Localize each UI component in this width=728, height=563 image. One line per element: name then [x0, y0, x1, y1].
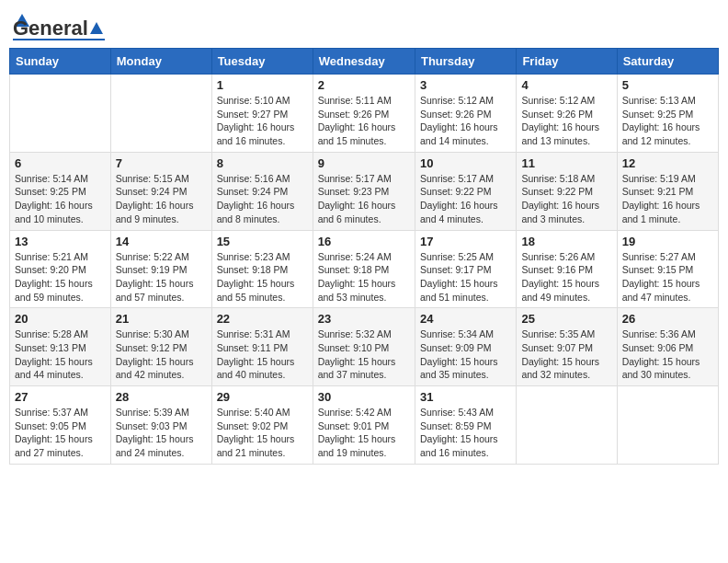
- logo-icon: [90, 22, 103, 34]
- calendar-cell: 19Sunrise: 5:27 AM Sunset: 9:15 PM Dayli…: [617, 230, 718, 308]
- calendar-cell: 4Sunrise: 5:12 AM Sunset: 9:26 PM Daylig…: [517, 75, 617, 153]
- day-info: Sunrise: 5:26 AM Sunset: 9:16 PM Dayligh…: [521, 250, 611, 304]
- calendar-week-row: 1Sunrise: 5:10 AM Sunset: 9:27 PM Daylig…: [10, 75, 719, 153]
- day-info: Sunrise: 5:30 AM Sunset: 9:12 PM Dayligh…: [116, 327, 207, 382]
- day-number: 9: [318, 156, 410, 170]
- day-number: 23: [318, 312, 410, 326]
- calendar-cell: 27Sunrise: 5:37 AM Sunset: 9:05 PM Dayli…: [10, 386, 111, 465]
- day-info: Sunrise: 5:43 AM Sunset: 8:59 PM Dayligh…: [420, 406, 511, 460]
- day-info: Sunrise: 5:23 AM Sunset: 9:18 PM Dayligh…: [217, 250, 308, 304]
- day-number: 4: [521, 78, 611, 92]
- calendar-cell: 23Sunrise: 5:32 AM Sunset: 9:10 PM Dayli…: [313, 308, 415, 386]
- day-info: Sunrise: 5:17 AM Sunset: 9:23 PM Dayligh…: [318, 172, 410, 226]
- calendar-cell: 22Sunrise: 5:31 AM Sunset: 9:11 PM Dayli…: [211, 308, 313, 386]
- col-header-thursday: Thursday: [415, 49, 516, 75]
- day-info: Sunrise: 5:35 AM Sunset: 9:07 PM Dayligh…: [521, 327, 611, 382]
- day-info: Sunrise: 5:39 AM Sunset: 9:03 PM Dayligh…: [116, 406, 207, 460]
- day-number: 8: [217, 156, 308, 170]
- day-info: Sunrise: 5:28 AM Sunset: 9:13 PM Dayligh…: [15, 327, 106, 382]
- col-header-saturday: Saturday: [617, 49, 718, 75]
- day-info: Sunrise: 5:21 AM Sunset: 9:20 PM Dayligh…: [15, 250, 106, 304]
- day-info: Sunrise: 5:27 AM Sunset: 9:15 PM Dayligh…: [622, 250, 713, 304]
- day-info: Sunrise: 5:25 AM Sunset: 9:17 PM Dayligh…: [420, 250, 511, 304]
- day-info: Sunrise: 5:24 AM Sunset: 9:18 PM Dayligh…: [318, 250, 410, 304]
- calendar-cell: [10, 75, 111, 153]
- day-number: 11: [521, 156, 611, 170]
- calendar-week-row: 20Sunrise: 5:28 AM Sunset: 9:13 PM Dayli…: [10, 308, 719, 386]
- day-number: 26: [622, 312, 713, 326]
- calendar-week-row: 27Sunrise: 5:37 AM Sunset: 9:05 PM Dayli…: [10, 386, 719, 465]
- day-info: Sunrise: 5:42 AM Sunset: 9:01 PM Dayligh…: [318, 406, 410, 460]
- day-number: 7: [116, 156, 207, 170]
- calendar-header-row: SundayMondayTuesdayWednesdayThursdayFrid…: [10, 49, 719, 75]
- calendar-cell: [110, 75, 211, 153]
- day-number: 17: [420, 235, 511, 248]
- calendar-cell: 16Sunrise: 5:24 AM Sunset: 9:18 PM Dayli…: [313, 230, 415, 308]
- day-info: Sunrise: 5:18 AM Sunset: 9:22 PM Dayligh…: [521, 172, 611, 226]
- day-info: Sunrise: 5:34 AM Sunset: 9:09 PM Dayligh…: [420, 327, 511, 382]
- calendar-cell: 7Sunrise: 5:15 AM Sunset: 9:24 PM Daylig…: [110, 152, 211, 230]
- col-header-wednesday: Wednesday: [313, 49, 415, 75]
- day-number: 13: [15, 235, 106, 248]
- calendar-cell: 26Sunrise: 5:36 AM Sunset: 9:06 PM Dayli…: [617, 308, 718, 386]
- calendar-cell: 1Sunrise: 5:10 AM Sunset: 9:27 PM Daylig…: [211, 75, 313, 153]
- day-info: Sunrise: 5:19 AM Sunset: 9:21 PM Dayligh…: [622, 172, 713, 226]
- day-number: 25: [521, 312, 611, 326]
- calendar-cell: [617, 386, 718, 465]
- day-number: 6: [15, 156, 106, 170]
- calendar-cell: 8Sunrise: 5:16 AM Sunset: 9:24 PM Daylig…: [211, 152, 313, 230]
- col-header-friday: Friday: [517, 49, 617, 75]
- calendar-cell: 24Sunrise: 5:34 AM Sunset: 9:09 PM Dayli…: [415, 308, 516, 386]
- calendar-cell: 14Sunrise: 5:22 AM Sunset: 9:19 PM Dayli…: [110, 230, 211, 308]
- day-info: Sunrise: 5:12 AM Sunset: 9:26 PM Dayligh…: [420, 94, 511, 148]
- calendar-cell: 30Sunrise: 5:42 AM Sunset: 9:01 PM Dayli…: [313, 386, 415, 465]
- calendar-cell: 15Sunrise: 5:23 AM Sunset: 9:18 PM Dayli…: [211, 230, 313, 308]
- calendar-cell: 9Sunrise: 5:17 AM Sunset: 9:23 PM Daylig…: [313, 152, 415, 230]
- day-number: 15: [217, 235, 308, 248]
- calendar-cell: 12Sunrise: 5:19 AM Sunset: 9:21 PM Dayli…: [617, 152, 718, 230]
- day-number: 31: [420, 390, 511, 404]
- calendar-cell: 29Sunrise: 5:40 AM Sunset: 9:02 PM Dayli…: [211, 386, 313, 465]
- day-info: Sunrise: 5:15 AM Sunset: 9:24 PM Dayligh…: [116, 172, 207, 226]
- day-number: 16: [318, 235, 410, 248]
- calendar-cell: 11Sunrise: 5:18 AM Sunset: 9:22 PM Dayli…: [517, 152, 617, 230]
- day-number: 10: [420, 156, 511, 170]
- day-number: 1: [217, 78, 308, 92]
- calendar-cell: 21Sunrise: 5:30 AM Sunset: 9:12 PM Dayli…: [110, 308, 211, 386]
- day-number: 22: [217, 312, 308, 326]
- calendar-cell: 10Sunrise: 5:17 AM Sunset: 9:22 PM Dayli…: [415, 152, 516, 230]
- day-number: 27: [15, 390, 106, 404]
- day-info: Sunrise: 5:11 AM Sunset: 9:26 PM Dayligh…: [318, 94, 410, 148]
- calendar-cell: 6Sunrise: 5:14 AM Sunset: 9:25 PM Daylig…: [10, 152, 111, 230]
- day-number: 24: [420, 312, 511, 326]
- day-info: Sunrise: 5:36 AM Sunset: 9:06 PM Dayligh…: [622, 327, 713, 382]
- calendar-cell: 3Sunrise: 5:12 AM Sunset: 9:26 PM Daylig…: [415, 75, 516, 153]
- calendar-cell: 2Sunrise: 5:11 AM Sunset: 9:26 PM Daylig…: [313, 75, 415, 153]
- calendar-cell: 13Sunrise: 5:21 AM Sunset: 9:20 PM Dayli…: [10, 230, 111, 308]
- day-info: Sunrise: 5:13 AM Sunset: 9:25 PM Dayligh…: [622, 94, 713, 148]
- col-header-monday: Monday: [110, 49, 211, 75]
- day-number: 5: [622, 78, 713, 92]
- calendar-week-row: 6Sunrise: 5:14 AM Sunset: 9:25 PM Daylig…: [10, 152, 719, 230]
- calendar-cell: 5Sunrise: 5:13 AM Sunset: 9:25 PM Daylig…: [617, 75, 718, 153]
- day-number: 14: [116, 235, 207, 248]
- day-info: Sunrise: 5:32 AM Sunset: 9:10 PM Dayligh…: [318, 327, 410, 382]
- day-number: 12: [622, 156, 713, 170]
- page-header: General: [9, 9, 719, 40]
- calendar-cell: 31Sunrise: 5:43 AM Sunset: 8:59 PM Dayli…: [415, 386, 516, 465]
- calendar-cell: 25Sunrise: 5:35 AM Sunset: 9:07 PM Dayli…: [517, 308, 617, 386]
- day-number: 21: [116, 312, 207, 326]
- day-info: Sunrise: 5:14 AM Sunset: 9:25 PM Dayligh…: [15, 172, 106, 226]
- day-number: 20: [15, 312, 106, 326]
- day-number: 19: [622, 235, 713, 248]
- logo-general-text2: General: [13, 17, 88, 40]
- day-number: 2: [318, 78, 410, 92]
- calendar-week-row: 13Sunrise: 5:21 AM Sunset: 9:20 PM Dayli…: [10, 230, 719, 308]
- day-number: 29: [217, 390, 308, 404]
- day-info: Sunrise: 5:16 AM Sunset: 9:24 PM Dayligh…: [217, 172, 308, 226]
- calendar-cell: 18Sunrise: 5:26 AM Sunset: 9:16 PM Dayli…: [517, 230, 617, 308]
- day-info: Sunrise: 5:10 AM Sunset: 9:27 PM Dayligh…: [217, 94, 308, 148]
- calendar-cell: 17Sunrise: 5:25 AM Sunset: 9:17 PM Dayli…: [415, 230, 516, 308]
- day-number: 30: [318, 390, 410, 404]
- calendar-cell: [517, 386, 617, 465]
